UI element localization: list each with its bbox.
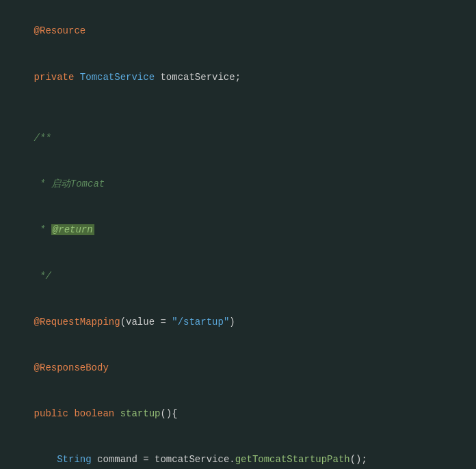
return-tag-1: @return — [51, 224, 94, 235]
keyword-public-1: public — [34, 408, 75, 419]
type-string-1: String — [57, 454, 97, 465]
type-tomcatservice: TomcatService — [80, 72, 155, 83]
code-line-7: */ — [11, 253, 465, 299]
code-line-5: * 启动Tomcat — [11, 161, 465, 207]
method-startup: startup — [120, 408, 161, 419]
code-line-2: private TomcatService tomcatService; — [11, 54, 465, 100]
string-startup: "/startup" — [172, 317, 229, 327]
code-line-4: /** — [11, 116, 465, 161]
annotation-requestmapping-1: @RequestMapping — [34, 317, 120, 327]
identifier-tomcatservice: tomcatService — [155, 72, 235, 83]
comment-close-1: */ — [34, 271, 51, 282]
code-editor: { "title": "Java Code Editor", "watermar… — [0, 0, 476, 469]
var-command-1: command — [97, 454, 143, 465]
comment-open-1: /** — [34, 133, 51, 144]
comment-startup: * 启动Tomcat — [34, 178, 105, 189]
annotation-resource: @Resource — [34, 25, 86, 36]
annotation-responsebody-1: @ResponseBody — [34, 362, 109, 373]
call-tomcatservice-1: tomcatService — [155, 454, 229, 465]
code-line-9: @ResponseBody — [11, 345, 465, 391]
empty-line-1 — [11, 100, 465, 115]
code-line-6: * @return — [11, 207, 465, 253]
code-line-1: @Resource — [11, 8, 465, 54]
code-line-10: public boolean startup(){ — [11, 391, 465, 437]
keyword-private: private — [34, 72, 80, 83]
comment-return-prefix-1: * — [34, 224, 51, 235]
code-line-11: String command = tomcatService.getTomcat… — [11, 437, 465, 469]
method-getstartuppath: getTomcatStartupPath — [235, 454, 350, 465]
keyword-boolean-1: boolean — [74, 408, 120, 419]
code-line-8: @RequestMapping(value = "/startup") — [11, 299, 465, 345]
